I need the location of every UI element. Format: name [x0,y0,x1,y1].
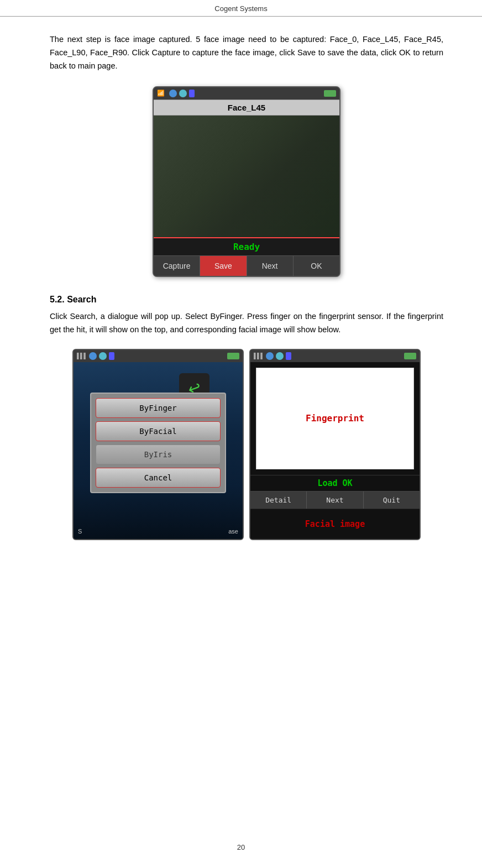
face-capture-screenshot: 📶 Face_L45 Ready Capture [50,86,443,277]
bluetooth-icon [189,90,195,97]
face-buttons-row: Capture Save Next OK [154,255,339,276]
face-status-bar: Ready [154,237,339,255]
next-button[interactable]: Next [307,491,363,509]
section-52-heading: 5.2. Search [50,295,443,305]
face-device-mockup: 📶 Face_L45 Ready Capture [153,86,340,277]
intro-paragraph: The next step is face image captured. 5 … [50,33,443,73]
right-device-top-bar: ▌▌▌ [250,350,420,362]
battery-icon [404,353,416,359]
camera-feed [154,116,339,237]
fingerprint-display-area: Fingerprint [256,368,414,469]
byfacial-button[interactable]: ByFacial [96,421,221,441]
left-bottom-label-ase: ase [228,528,238,535]
page-header: Cogent Systems [0,0,482,17]
detail-button[interactable]: Detail [250,491,307,509]
byiris-button[interactable]: ByIris [96,445,221,464]
right-device-content: Fingerprint Load OK Detail Next Quit [250,362,420,539]
header-title: Cogent Systems [214,4,267,13]
section-52-body: Click Search, a dialogue will pop up. Se… [50,310,443,337]
device-top-bar: 📶 [154,87,339,100]
signal-icon: ▌▌▌ [254,353,264,359]
ok-button[interactable]: OK [294,256,339,276]
fingerprint-label: Fingerprint [306,413,364,423]
search-screenshots-container: ▌▌▌ ↩ ByFinger ByFacial [50,349,443,540]
cancel-button[interactable]: Cancel [96,468,221,488]
globe-icon [89,352,97,360]
face-camera-area [154,116,339,237]
page-number: 20 [0,843,482,851]
wifi-icon [99,352,107,360]
globe-icon [266,352,274,360]
bluetooth-icon [286,352,291,360]
signal-icon: ▌▌▌ [77,353,87,359]
capture-button[interactable]: Capture [154,256,200,276]
facial-image-area: Facial image [250,509,420,539]
search-dialog: ByFinger ByFacial ByIris Cancel [90,393,226,493]
right-device-mockup: ▌▌▌ Fingerprint Load OK De [249,349,421,540]
wifi-icon [179,90,187,97]
signal-icon: 📶 [157,90,167,97]
byfinger-button[interactable]: ByFinger [96,398,221,418]
face-title-bar: Face_L45 [154,100,339,116]
next-button[interactable]: Next [247,256,294,276]
left-device-top-bar: ▌▌▌ [74,350,243,362]
face-status-text: Ready [233,242,260,252]
right-action-buttons: Detail Next Quit [250,491,420,509]
left-device-background: ↩ ByFinger ByFacial ByIris Cancel [74,362,243,539]
face-title-text: Face_L45 [228,103,265,112]
wifi-icon [276,352,284,360]
globe-icon [169,90,177,97]
load-ok-bar: Load OK [250,475,420,491]
battery-icon [227,353,239,359]
left-bottom-label-s: S [78,528,82,535]
battery-icon [324,90,336,97]
save-button[interactable]: Save [200,256,247,276]
bluetooth-icon [109,352,114,360]
facial-image-label: Facial image [305,519,365,529]
load-ok-text: Load OK [317,478,352,488]
quit-button[interactable]: Quit [364,491,420,509]
left-device-mockup: ▌▌▌ ↩ ByFinger ByFacial [72,349,244,540]
